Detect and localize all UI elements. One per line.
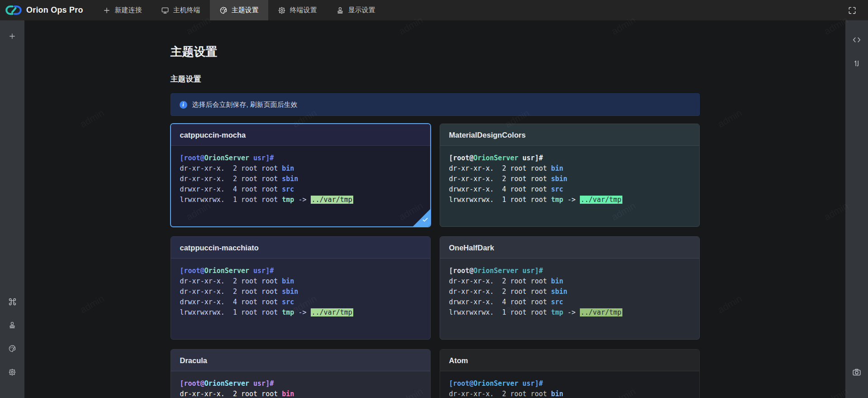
nav-item-label: 主题设置	[232, 6, 259, 14]
prompt-line: [root@OrionServer usr]#	[449, 153, 690, 163]
ls-line: dr-xr-xr-x. 2 root root bin	[180, 389, 421, 398]
ls-line: dr-xr-xr-x. 2 root root bin	[180, 276, 421, 287]
ls-filename: bin	[282, 390, 294, 398]
section-title: 主题设置	[171, 74, 700, 84]
code-icon[interactable]	[849, 32, 864, 48]
ls-permissions: drwxr-xr-x. 4 root root	[180, 185, 282, 193]
ls-line: drwxr-xr-x. 4 root root src	[180, 184, 421, 195]
prompt-user: [root@	[180, 267, 204, 275]
terminal-preview: [root@OrionServer usr]#dr-xr-xr-x. 2 roo…	[440, 259, 699, 325]
ls-permissions: lrwxrwxrwx. 1 root root	[180, 308, 282, 316]
prompt-user: [root@	[449, 379, 474, 388]
camera-icon[interactable]	[849, 364, 864, 380]
prompt-tail: usr]#	[249, 379, 274, 388]
theme-card-header: catppuccin-mocha	[171, 124, 430, 146]
command-icon[interactable]	[5, 294, 20, 309]
prompt-line: [root@OrionServer usr]#	[449, 379, 690, 389]
palette-icon[interactable]	[5, 341, 20, 356]
nav-item-theme-settings[interactable]: 主题设置	[210, 0, 268, 20]
ls-line: lrwxrwxrwx. 1 root root tmp -> ../var/tm…	[180, 307, 421, 318]
theme-card[interactable]: catppuccin-macchiato [root@OrionServer u…	[171, 236, 431, 340]
ls-filename: src	[282, 298, 294, 306]
prompt-host: OrionServer	[474, 267, 518, 275]
ls-filename: tmp	[282, 196, 294, 204]
main-panel: 主题设置 主题设置 i 选择后会立刻保存, 刷新页面后生效 catppuccin…	[24, 20, 845, 398]
ls-filename: sbin	[282, 288, 298, 296]
nav-item-new-connection[interactable]: 新建连接	[93, 0, 152, 20]
ls-line: dr-xr-xr-x. 2 root root bin	[449, 276, 690, 287]
ls-line: dr-xr-xr-x. 2 root root sbin	[180, 287, 421, 297]
nav-item-label: 终端设置	[290, 6, 317, 14]
theme-card[interactable]: catppuccin-mocha [root@OrionServer usr]#…	[171, 124, 431, 227]
stamp-icon[interactable]	[5, 317, 20, 333]
ls-permissions: lrwxrwxrwx. 1 root root	[449, 196, 551, 204]
prompt-host: OrionServer	[204, 379, 249, 388]
terminal-preview: [root@OrionServer usr]#dr-xr-xr-x. 2 roo…	[171, 259, 430, 325]
symlink-target: ../var/tmp	[580, 196, 622, 204]
ls-permissions: lrwxrwxrwx. 1 root root	[180, 196, 282, 204]
monitor-icon	[161, 6, 169, 14]
symlink-arrow: ->	[563, 308, 579, 316]
prompt-user: [root@	[449, 154, 474, 162]
ls-filename: sbin	[551, 288, 567, 296]
ls-filename: bin	[551, 390, 563, 398]
theme-name: OneHalfDark	[449, 244, 494, 252]
ls-permissions: dr-xr-xr-x. 2 root root	[180, 164, 282, 173]
nav-item-display-settings[interactable]: 显示设置	[327, 0, 385, 20]
nav-item-host-terminal[interactable]: 主机终端	[152, 0, 210, 20]
theme-name: MaterialDesignColors	[449, 131, 526, 139]
symlink-target: ../var/tmp	[580, 308, 622, 316]
theme-card-header: catppuccin-macchiato	[171, 237, 430, 259]
theme-name: Dracula	[180, 356, 208, 364]
right-sidebar	[845, 20, 868, 398]
prompt-tail: usr]#	[518, 267, 543, 275]
ls-permissions: dr-xr-xr-x. 2 root root	[449, 175, 551, 183]
theme-card[interactable]: Atom [root@OrionServer usr]#dr-xr-xr-x. …	[440, 349, 700, 398]
prompt-user: [root@	[449, 267, 474, 275]
left-sidebar	[0, 20, 24, 398]
nav-items: 新建连接主机终端主题设置终端设置显示设置	[93, 0, 385, 20]
nav-item-label: 新建连接	[115, 6, 142, 14]
gear-icon	[278, 6, 286, 14]
prompt-line: [root@OrionServer usr]#	[180, 153, 421, 163]
symlink-target: ../var/tmp	[311, 196, 353, 204]
prompt-tail: usr]#	[518, 154, 543, 162]
ls-line: dr-xr-xr-x. 2 root root sbin	[449, 287, 690, 297]
prompt-host: OrionServer	[204, 267, 249, 275]
app-title: Orion Ops Pro	[26, 5, 83, 15]
ls-filename: tmp	[282, 308, 294, 316]
app-logo-icon	[5, 4, 22, 16]
notice-text: 选择后会立刻保存, 刷新页面后生效	[192, 101, 298, 109]
stamp-icon	[336, 6, 344, 14]
ls-permissions: dr-xr-xr-x. 2 root root	[180, 288, 282, 296]
prompt-host: OrionServer	[204, 154, 249, 162]
ls-permissions: dr-xr-xr-x. 2 root root	[180, 277, 282, 285]
nav-item-label: 显示设置	[348, 6, 375, 14]
theme-card[interactable]: Dracula [root@OrionServer usr]#dr-xr-xr-…	[171, 349, 431, 398]
symlink-arrow: ->	[294, 196, 310, 204]
ls-line: dr-xr-xr-x. 2 root root sbin	[180, 174, 421, 184]
theme-card[interactable]: OneHalfDark [root@OrionServer usr]#dr-xr…	[440, 236, 700, 340]
ls-filename: bin	[551, 164, 563, 173]
gear-icon[interactable]	[5, 364, 20, 380]
prompt-tail: usr]#	[518, 379, 543, 388]
ls-filename: src	[551, 298, 563, 306]
plus-icon	[103, 6, 111, 14]
sort-icon[interactable]	[849, 56, 864, 71]
theme-grid: catppuccin-mocha [root@OrionServer usr]#…	[171, 124, 700, 398]
info-icon: i	[180, 101, 187, 109]
theme-card-header: Atom	[440, 350, 699, 371]
plus-icon[interactable]	[5, 29, 20, 44]
ls-line: dr-xr-xr-x. 2 root root sbin	[449, 174, 690, 184]
nav-item-terminal-settings[interactable]: 终端设置	[268, 0, 327, 20]
ls-permissions: dr-xr-xr-x. 2 root root	[449, 390, 551, 398]
theme-name: catppuccin-macchiato	[180, 244, 259, 252]
ls-permissions: dr-xr-xr-x. 2 root root	[449, 164, 551, 173]
fullscreen-icon[interactable]	[845, 4, 859, 17]
check-icon	[422, 216, 428, 225]
symlink-target: ../var/tmp	[311, 308, 353, 316]
theme-card-header: OneHalfDark	[440, 237, 699, 259]
theme-card[interactable]: MaterialDesignColors [root@OrionServer u…	[440, 124, 700, 227]
terminal-preview: [root@OrionServer usr]#dr-xr-xr-x. 2 roo…	[171, 146, 430, 212]
ls-permissions: dr-xr-xr-x. 2 root root	[180, 175, 282, 183]
